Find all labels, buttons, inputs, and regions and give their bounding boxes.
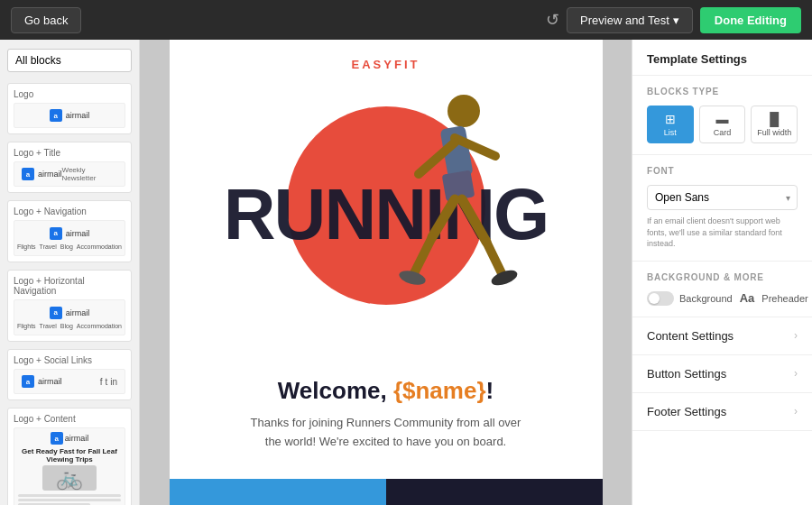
welcome-exclaim: !: [486, 377, 494, 404]
welcome-section: Welcome, {$name}! Thanks for joining Run…: [170, 350, 603, 479]
card-icon: ▬: [704, 112, 742, 126]
svg-point-0: [448, 95, 480, 127]
blocks-type-options: ⊞ List ▬ Card █ Full width: [647, 106, 798, 143]
chevron-right-icon: ›: [794, 329, 798, 342]
background-more-row: Background Aa Preheader: [647, 291, 798, 306]
button-settings-link[interactable]: Button Settings ›: [632, 355, 812, 393]
brand-logo: EASYFIT: [352, 58, 420, 71]
welcome-title: Welcome, {$name}!: [206, 377, 567, 405]
toggle-knob: [649, 293, 660, 304]
content-settings-link[interactable]: Content Settings ›: [632, 317, 812, 355]
block-type-card-label: Card: [714, 128, 732, 137]
refresh-icon[interactable]: ↺: [546, 10, 559, 30]
block-item-title: Logo: [14, 89, 125, 99]
canvas-area: EASYFIT RUNNING: [140, 40, 632, 505]
main-area: All blocks Header Content Footer Logo a …: [0, 40, 812, 505]
blocks-type-label: BLOCKS TYPE: [647, 87, 798, 96]
block-item-logo-nav[interactable]: Logo + Navigation a airmail Flights Trav…: [7, 200, 132, 262]
footer-settings-label: Footer Settings: [647, 405, 726, 418]
settings-title: Template Settings: [632, 40, 812, 76]
chevron-down-icon: ▾: [673, 14, 679, 27]
fullwidth-icon: █: [755, 112, 793, 126]
font-label: FONT: [647, 166, 798, 176]
svg-line-8: [414, 237, 432, 273]
background-toggle-label: Background: [679, 293, 733, 304]
email-canvas: EASYFIT RUNNING: [170, 40, 603, 505]
svg-line-7: [432, 199, 455, 237]
background-more-section: BACKGROUND & MORE Background Aa Preheade…: [632, 262, 812, 317]
block-preview-logo-nav: a airmail Flights Travel Blog Accommodat…: [14, 220, 125, 256]
block-type-list[interactable]: ⊞ List: [647, 106, 694, 143]
welcome-subtitle: Thanks for joining Runners Community fro…: [242, 414, 531, 452]
background-more-label: BACKGROUND & MORE: [647, 272, 798, 282]
block-preview-logo-social: a airmail ftin: [14, 369, 125, 394]
welcome-text: Welcome,: [278, 377, 393, 404]
runner-figure: [346, 84, 545, 336]
block-item-logo-title[interactable]: Logo + Title a airmail Weekly Newsletter: [7, 142, 132, 193]
brand-highlight: FIT: [394, 58, 420, 71]
background-toggle-switch[interactable]: [647, 291, 674, 306]
block-item-logo-content[interactable]: Logo + Content a airmail Get Ready Fast …: [7, 408, 132, 505]
welcome-variable: {$name}: [393, 377, 486, 404]
topbar-left: Go back: [11, 7, 81, 33]
block-type-list-label: List: [664, 128, 677, 137]
left-sidebar: All blocks Header Content Footer Logo a …: [0, 40, 140, 505]
font-section: FONT Open Sans Roboto Lato Montserrat ▾ …: [632, 155, 812, 262]
canvas-header: EASYFIT: [170, 40, 603, 79]
svg-line-5: [462, 199, 486, 242]
topbar-right: ↺ Preview and Test ▾ Done Editing: [546, 7, 801, 33]
block-preview-logo-title: a airmail Weekly Newsletter: [14, 161, 125, 187]
block-preview-logo-hnav: a airmail Flights Travel Blog Accommodat…: [14, 299, 125, 335]
font-select[interactable]: Open Sans Roboto Lato Montserrat: [647, 185, 798, 210]
chevron-right-icon: ›: [794, 367, 798, 380]
blocks-type-section: BLOCKS TYPE ⊞ List ▬ Card █ Full width: [632, 76, 812, 155]
block-item-logo-hnav[interactable]: Logo + Horizontal Navigation a airmail F…: [7, 270, 132, 342]
go-back-button[interactable]: Go back: [11, 7, 81, 33]
cta-right[interactable]: 📊 Track & Analyze: [386, 479, 603, 505]
block-item-title: Logo + Horizontal Navigation: [14, 276, 125, 296]
cta-left[interactable]: 👤 Manage Your Account: [170, 479, 386, 505]
list-icon: ⊞: [651, 112, 689, 126]
block-item-logo[interactable]: Logo a airmail: [7, 83, 132, 134]
done-editing-button[interactable]: Done Editing: [700, 7, 801, 33]
block-item-title: Logo + Title: [14, 148, 125, 158]
footer-settings-link[interactable]: Footer Settings ›: [632, 393, 812, 431]
block-item-title: Logo + Navigation: [14, 207, 125, 216]
block-item-title: Logo + Social Links: [14, 355, 125, 365]
block-item-logo-social[interactable]: Logo + Social Links a airmail ftin: [7, 349, 132, 400]
block-type-fullwidth-label: Full width: [757, 128, 791, 137]
block-type-card[interactable]: ▬ Card: [699, 106, 746, 143]
preview-label: Preview and Test: [580, 14, 669, 27]
font-select-wrap[interactable]: Open Sans Roboto Lato Montserrat ▾: [647, 185, 798, 210]
font-info: If an email client doesn't support web f…: [647, 216, 798, 250]
block-item-title: Logo + Content: [14, 414, 125, 424]
chevron-right-icon: ›: [794, 405, 798, 418]
brand-name: EASY: [352, 58, 394, 71]
button-settings-label: Button Settings: [647, 367, 726, 381]
aa-label[interactable]: Aa: [740, 291, 755, 305]
cta-section: 👤 Manage Your Account 📊 Track & Analyze: [170, 479, 603, 505]
block-filter-select[interactable]: All blocks Header Content Footer: [7, 49, 132, 72]
hero-section: RUNNING: [170, 79, 603, 350]
block-type-filter[interactable]: All blocks Header Content Footer: [7, 49, 132, 72]
right-sidebar: Template Settings BLOCKS TYPE ⊞ List ▬ C…: [632, 40, 812, 505]
background-toggle[interactable]: Background: [647, 291, 733, 306]
block-type-fullwidth[interactable]: █ Full width: [751, 106, 798, 143]
content-settings-label: Content Settings: [647, 329, 734, 343]
topbar: Go back ↺ Preview and Test ▾ Done Editin…: [0, 0, 812, 40]
block-preview-logo: a airmail: [14, 103, 125, 128]
svg-line-6: [486, 242, 502, 273]
block-preview-logo-content: a airmail Get Ready Fast for Fall Leaf V…: [14, 427, 125, 505]
preheader-label[interactable]: Preheader: [761, 293, 807, 304]
preview-test-button[interactable]: Preview and Test ▾: [567, 7, 693, 33]
